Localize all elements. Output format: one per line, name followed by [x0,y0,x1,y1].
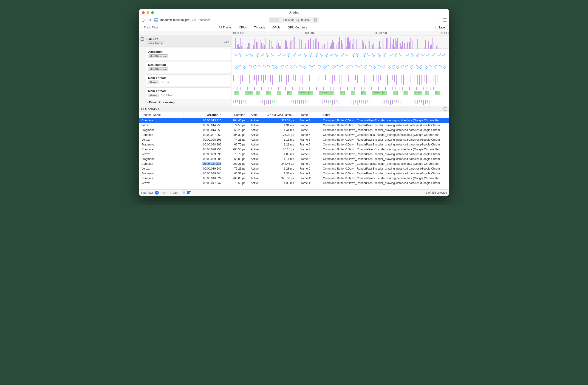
col-duration[interactable]: Duration [224,112,248,118]
minimize-window-icon[interactable] [147,11,149,14]
col-creation[interactable]: Creation⌃ [184,112,224,118]
time-tick: 00:00.300 [441,32,449,34]
svg-rect-2 [150,19,151,21]
device-header[interactable]: ⌄ M1 Pro Metal Device State [139,36,232,47]
track-main-thread-2[interactable]: Main Thread Thread 0x124eef [146,87,231,99]
track-tag: Thread [148,80,159,84]
track-filter: ⍜ [139,24,215,31]
filter-query[interactable]: Dawn_ [172,191,181,194]
table-row[interactable]: Compute00:00.046.324903.00 µsActive395.3… [139,176,449,181]
device-grid-icon [141,38,144,41]
track-driver-processing[interactable]: › Driver Processing [139,99,232,105]
filter-toggle-icon[interactable] [187,191,191,194]
col-latency[interactable]: CPU to GPU Laten… [267,112,297,118]
time-tick: 00:00.000 [233,32,244,34]
track-name: Deallocation [148,63,229,67]
prev-run-button[interactable]: ‹ [270,18,274,22]
table-row[interactable]: Fragment00:00.028.29665.75 µsActive1.21 … [139,142,449,147]
pause-button[interactable] [147,18,152,22]
tab-gpus[interactable]: GPUs [269,24,284,31]
zoom-window-icon[interactable] [151,11,154,14]
track-name: Allocation [148,50,229,54]
svg-rect-3 [155,19,158,21]
svg-rect-4 [154,21,158,21]
table-body: Compute00:00.013.315904.46 µsActive373.3… [139,118,449,189]
track-tag: Metal Resource [148,67,168,71]
close-window-icon[interactable] [142,11,145,14]
filter-icon: ⍜ [141,26,142,29]
table-row[interactable]: Compute00:00.038.306903.21 µsActive343.4… [139,161,449,166]
timeline-main: ⌄ M1 Pro Metal Device State Allocation M… [139,36,449,106]
run-selector: ‹ › Run 12 of 12 | 00:00:00 i [269,17,319,23]
info-icon[interactable]: i [314,18,317,22]
track-main-thread-1[interactable]: Main Thread Thread 0xfce [146,74,231,86]
track-allocation[interactable]: Allocation Metal Resource [146,48,231,60]
filter-scope-icon[interactable]: ⊜ [155,191,159,194]
table-row[interactable]: Compute00:00.027.260904.33 µsActive175.0… [139,132,449,137]
table-row[interactable]: Fragment00:00.014.35565.29 µsActive1.41 … [139,128,449,132]
table-row[interactable]: Compute00:00.028.756900.50 µsActive86.17… [139,147,449,152]
device-icon [154,18,158,22]
col-state[interactable]: State [248,112,267,118]
time-tick: 00:00.200 [376,32,387,34]
record-button[interactable] [141,18,146,22]
col-label[interactable]: Label [320,112,449,118]
save-button[interactable]: Save [436,25,448,30]
tab-cpus[interactable]: CPUs [235,24,250,31]
track-sidebar: ⌄ M1 Pro Metal Device State Allocation M… [139,36,232,106]
breadcrumb-host[interactable]: fbeaufort-macbookpro [160,18,189,21]
filter-row: ⍜ All Tracks CPUs Threads GPUs GPU Count… [139,24,449,31]
track-canvas[interactable]: TTTTTTTTTTTTTTTTTTTTTTTTTTTTTTTTTTTTTTTT… [232,36,449,106]
track-name: Main Thread [148,89,229,93]
track-tag: Thread [148,94,159,97]
window-title: Untitled [289,11,299,14]
svg-rect-1 [149,19,149,21]
track-name: Main Thread [148,76,229,80]
tab-gpu-counters[interactable]: GPU Counters [284,24,311,31]
next-run-button[interactable]: › [274,18,279,22]
breadcrumb[interactable]: fbeaufort-macbookpro › All Processes [160,18,210,21]
breadcrumb-target[interactable]: All Processes [192,18,211,21]
device-tag: Metal Device [147,41,164,45]
detail-layout-icon[interactable] [443,107,447,111]
table-row[interactable]: Vertex00:00.028.19574.21 µsActive1.11 ms… [139,137,449,142]
track-tag: Metal Resource [148,54,168,58]
sort-asc-icon: ⌃ [219,114,221,116]
detail-pane-selector[interactable]: GPU Activity ▴▾ [139,106,449,112]
run-label: Run 12 of 12 | 00:00:00 [279,18,313,21]
thread-id: 0x124eef [161,94,174,97]
time-ruler[interactable]: 00:00.000 00:00.100 00:00.200 00:00.300 [139,31,449,36]
table-row[interactable]: Compute00:00.013.315904.46 µsActive373.3… [139,118,449,123]
footer: Input filter ⊜ ANY⌄ Dawn_ 1 of 315 selec… [139,189,449,196]
table-row[interactable]: Vertex00:00.014.25374.58 µsActive1.31 ms… [139,123,449,128]
add-button[interactable]: ＋ [436,18,440,22]
col-frame[interactable]: Frame [297,112,320,118]
track-tabs: All Tracks CPUs Threads GPUs GPU Counter… [215,24,311,31]
toolbar: fbeaufort-macbookpro › All Processes ‹ ›… [139,16,449,24]
chevron-down-icon: ⌄ [145,38,147,40]
dropdown-arrows-icon: ▴▾ [158,108,159,110]
tab-threads[interactable]: Threads [250,24,269,31]
col-channel[interactable]: Channel Name [139,112,184,118]
track-filter-input[interactable] [144,26,213,29]
table-row[interactable]: Fragment00:00.039.34465.58 µsActive1.38 … [139,171,449,176]
table-row[interactable]: Vertex00:00.039.24075.21 µsActive1.28 ms… [139,166,449,171]
tab-all-tracks[interactable]: All Tracks [215,24,235,31]
table-row[interactable]: Fragment00:00.029.80565.83 µsActive1.14 … [139,156,449,161]
layout-toggle-button[interactable] [443,18,447,21]
table-row[interactable]: Vertex00:00.047.24775.50 µsActive1.33 ms… [139,181,449,185]
clear-filter-icon[interactable] [183,191,185,194]
input-filter-label: Input filter [141,191,153,194]
chevron-right-icon: › [190,18,191,21]
time-tick: 00:00.100 [304,32,315,34]
track-deallocation[interactable]: Deallocation Metal Resource [146,61,231,73]
chevron-right-icon: › [147,101,148,103]
thread-id: 0xfce [161,81,169,84]
filter-mode[interactable]: ANY⌄ [161,191,171,194]
state-label: State [223,41,229,44]
track-name: Driver Processing [149,100,175,104]
svg-point-0 [142,18,145,21]
device-name: M1 Pro [148,37,158,41]
table-row[interactable]: Vertex00:00.029.69675.79 µsActive1.03 ms… [139,152,449,156]
detail-pane-label: GPU Activity [141,107,157,111]
